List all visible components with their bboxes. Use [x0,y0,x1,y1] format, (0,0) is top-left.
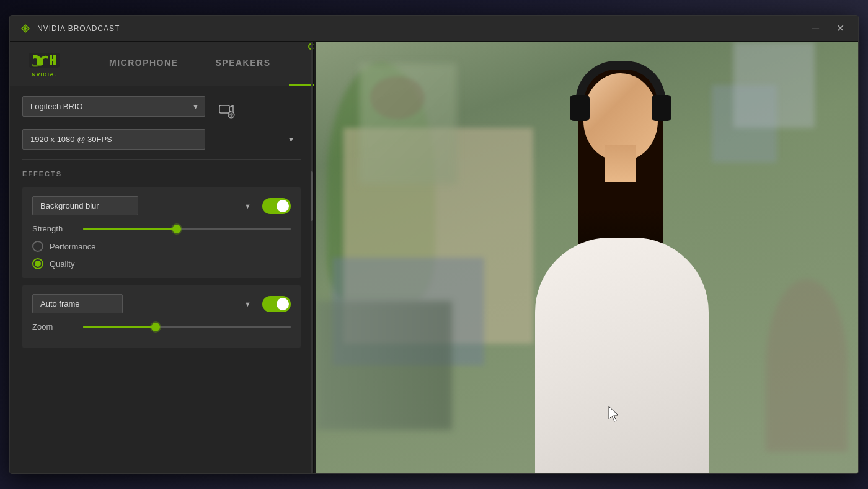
quality-radio-item[interactable]: Quality [32,258,291,269]
tab-speakers[interactable]: SPEAKERS [197,42,289,86]
title-bar-left: NVIDIA BROADCAST [20,23,808,34]
strength-slider-thumb[interactable] [172,225,181,233]
auto-frame-toggle-knob [277,298,289,310]
bg-blur-toggle[interactable] [262,198,291,214]
left-scrollbar[interactable] [311,42,313,473]
window-title: NVIDIA BROADCAST [37,24,120,33]
auto-frame-select-arrow: ▼ [244,300,251,308]
camera-select-row: Logitech BRIO OBS Virtual Camera Integra… [22,96,301,123]
zoom-slider-fill [83,326,156,328]
zoom-slider-row: Zoom [32,322,291,331]
strength-slider-fill [83,228,177,230]
tab-microphone[interactable]: MICROPHONE [91,42,197,86]
broadcast-icon [20,23,31,34]
zoom-label: Zoom [32,322,76,331]
app-window: NVIDIA BROADCAST ─ ✕ [9,15,859,474]
svg-rect-8 [219,105,229,113]
auto-frame-header: Auto frame Background blur Background re… [32,294,291,313]
background-blur-effect: Background blur Background removal Backg… [22,187,301,278]
left-panel-content: Logitech BRIO OBS Virtual Camera Integra… [10,86,313,473]
quality-radio-inner [35,261,41,267]
quality-radio-outer [32,258,43,269]
minimize-button[interactable]: ─ [808,21,823,36]
bg-detail-2 [733,42,815,128]
app-header: NVIDIA. MICROPHONE SPEAKERS CAMERABETA [10,42,313,86]
bg-detail-1 [360,63,457,184]
person-head [565,55,676,179]
resolution-select-wrapper: 1920 x 1080 @ 30FPS 1280 x 720 @ 60FPS 1… [22,129,301,150]
svg-point-9 [228,112,234,118]
auto-frame-select-wrapper: Auto frame Background blur Background re… [32,294,257,313]
headphone-cup-right [652,95,671,121]
bg-blur-select[interactable]: Background blur Background removal Backg… [32,196,138,215]
performance-radio-label: Performance [50,242,95,251]
bg-blur-select-arrow: ▼ [244,202,251,210]
auto-frame-select[interactable]: Auto frame Background blur Background re… [32,294,123,313]
nvidia-text: NVIDIA. [32,71,56,78]
left-scrollbar-thumb [311,171,313,221]
camera-config-button[interactable] [215,99,237,121]
neck [605,145,636,182]
camera-scene [316,42,858,473]
mouse-cursor [608,405,622,424]
headphone-cup-left [570,95,590,121]
bg-blur-toggle-knob [277,200,289,212]
bg-bike [766,279,847,452]
person-body [535,238,709,473]
bg-detail-3 [316,301,452,431]
camera-select[interactable]: Logitech BRIO OBS Virtual Camera Integra… [22,96,205,117]
bg-blur-select-wrapper: Background blur Background removal Backg… [32,196,257,215]
strength-label: Strength [32,224,76,233]
performance-radio-item[interactable]: Performance [32,241,291,252]
title-bar: NVIDIA BROADCAST ─ ✕ [10,16,858,42]
left-panel: NVIDIA. MICROPHONE SPEAKERS CAMERABETA [10,42,314,473]
strength-slider-row: Strength [32,224,291,233]
zoom-slider-thumb[interactable] [151,323,160,331]
resolution-select[interactable]: 1920 x 1080 @ 30FPS 1280 x 720 @ 60FPS 1… [22,129,205,150]
quality-radio-label: Quality [50,259,74,269]
auto-frame-toggle[interactable] [262,296,291,312]
close-button[interactable]: ✕ [833,21,848,36]
camera-preview-panel [316,42,858,473]
headphones-band [576,61,666,101]
camera-select-wrapper: Logitech BRIO OBS Virtual Camera Integra… [22,96,205,117]
zoom-slider-track[interactable] [83,326,291,328]
background-blur-header: Background blur Background removal Backg… [32,196,291,215]
performance-radio-outer [32,241,43,252]
title-bar-controls: ─ ✕ [808,21,848,36]
resolution-select-arrow: ▼ [288,136,294,143]
nvidia-logo: NVIDIA. [22,50,66,78]
effects-divider [22,159,301,160]
auto-frame-effect: Auto frame Background blur Background re… [22,285,301,348]
quality-radio-group: Performance Quality [32,241,291,269]
main-layout: NVIDIA. MICROPHONE SPEAKERS CAMERABETA [10,42,858,473]
effects-label: EFFECTS [22,170,301,177]
svg-rect-4 [50,59,56,61]
strength-slider-track[interactable] [83,228,291,230]
